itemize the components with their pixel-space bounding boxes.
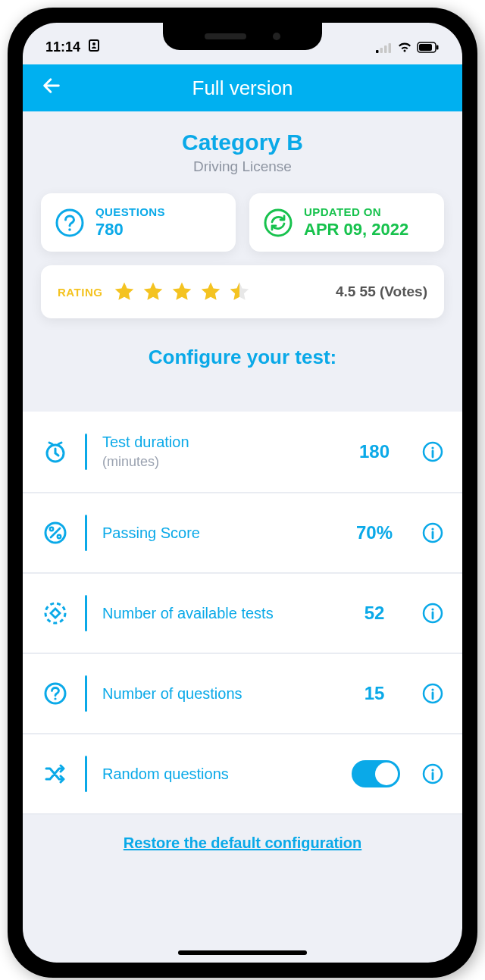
info-icon: [421, 602, 444, 625]
phone-frame: 11:14 Full version Category B Driving Li…: [8, 8, 477, 978]
tests-value: 52: [349, 603, 400, 624]
updated-label: UPDATED ON: [304, 205, 408, 218]
row-label: Random questions: [102, 765, 352, 784]
random-toggle[interactable]: [352, 760, 400, 787]
row-available-tests[interactable]: Number of available tests 52: [23, 574, 462, 654]
star-half-icon: [228, 280, 251, 303]
row-random: Random questions: [23, 734, 462, 815]
star-icon: [142, 280, 164, 303]
notch: [163, 23, 322, 50]
row-passing-score[interactable]: Passing Score 70%: [23, 493, 462, 574]
back-button[interactable]: [41, 75, 62, 102]
star-icon: [199, 280, 222, 303]
svg-point-20: [431, 528, 433, 530]
divider: [85, 756, 87, 792]
refresh-icon: [261, 206, 295, 240]
badge-icon: [89, 39, 99, 52]
svg-point-18: [58, 535, 61, 538]
divider: [85, 434, 87, 470]
info-icon: [421, 440, 444, 463]
divider: [85, 675, 87, 712]
questions-card: QUESTIONS 780: [41, 193, 236, 252]
row-label: Test duration(minutes): [102, 433, 349, 471]
rating-label: RATING: [58, 286, 102, 299]
divider: [85, 515, 87, 551]
info-icon: [421, 682, 444, 705]
updated-card: UPDATED ON APR 09, 2022: [249, 193, 444, 252]
star-icon: [113, 280, 136, 303]
row-label: Passing Score: [102, 524, 349, 543]
shuffle-icon: [41, 761, 70, 787]
battery-icon: [417, 42, 440, 53]
updated-value: APR 09, 2022: [304, 220, 408, 240]
svg-point-11: [265, 210, 291, 236]
questions-value: 15: [349, 683, 400, 704]
info-icon: [421, 762, 444, 785]
info-button[interactable]: [421, 440, 444, 463]
svg-rect-2: [376, 50, 379, 53]
config-heading: Configure your test:: [23, 318, 462, 412]
svg-point-27: [431, 688, 433, 690]
target-icon: [41, 600, 70, 626]
status-time: 11:14: [45, 39, 99, 56]
questions-label: QUESTIONS: [95, 205, 165, 218]
svg-rect-8: [436, 45, 439, 50]
info-button[interactable]: [421, 602, 444, 625]
svg-point-17: [50, 528, 53, 531]
row-num-questions[interactable]: Number of questions 15: [23, 654, 462, 734]
svg-point-15: [431, 446, 433, 449]
questions-value: 780: [95, 220, 165, 240]
row-label: Number of available tests: [102, 604, 349, 623]
row-duration[interactable]: Test duration(minutes) 180: [23, 412, 462, 493]
svg-rect-3: [380, 48, 383, 53]
rating-text: 4.5 55 (Votes): [336, 283, 427, 300]
hero: Category B Driving License: [23, 111, 462, 180]
svg-rect-7: [419, 44, 432, 51]
page-title: Category B: [38, 130, 447, 155]
svg-rect-4: [384, 45, 387, 53]
score-value: 70%: [349, 522, 400, 543]
percent-icon: [41, 520, 70, 546]
appbar-title: Full version: [192, 77, 293, 100]
screen: 11:14 Full version Category B Driving Li…: [23, 23, 462, 963]
info-icon: [421, 521, 444, 544]
info-button[interactable]: [421, 762, 444, 785]
signal-icon: [376, 42, 393, 53]
svg-rect-5: [389, 43, 392, 53]
row-label: Number of questions: [102, 684, 349, 703]
svg-point-1: [92, 42, 95, 45]
arrow-left-icon: [41, 75, 62, 96]
clock-icon: [41, 439, 70, 465]
restore-link[interactable]: Restore the default configuration: [124, 834, 361, 851]
rating-stars: [113, 280, 251, 303]
wifi-icon: [397, 42, 412, 53]
svg-point-23: [431, 608, 433, 610]
page-subtitle: Driving License: [38, 158, 447, 175]
svg-point-21: [45, 603, 65, 623]
svg-point-9: [57, 210, 83, 236]
info-button[interactable]: [421, 521, 444, 544]
divider: [85, 595, 87, 631]
question-circle-icon: [53, 206, 86, 240]
duration-value: 180: [349, 441, 400, 462]
home-indicator[interactable]: [178, 950, 307, 955]
svg-point-10: [68, 228, 71, 231]
info-button[interactable]: [421, 682, 444, 705]
svg-point-29: [431, 769, 433, 771]
svg-point-25: [54, 697, 56, 700]
rating-card: RATING 4.5 55 (Votes): [41, 265, 444, 318]
question-circle-icon: [41, 681, 70, 706]
star-icon: [171, 280, 193, 303]
app-bar: Full version: [23, 64, 462, 111]
